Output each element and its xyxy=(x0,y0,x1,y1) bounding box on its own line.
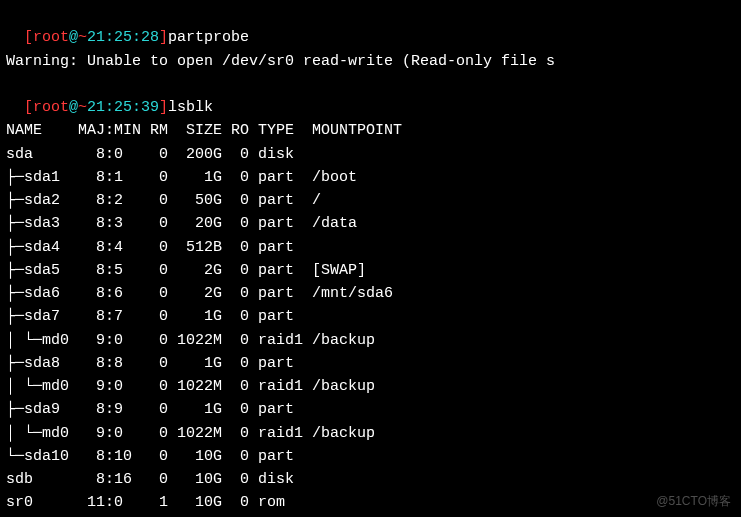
prompt-tilde: ~ xyxy=(78,29,87,46)
watermark-text: @51CTO博客 xyxy=(656,492,731,511)
warning-output: Warning: Unable to open /dev/sr0 read-wr… xyxy=(6,50,735,73)
prompt-time: 21:25:28 xyxy=(87,29,159,46)
command-partprobe[interactable]: partprobe xyxy=(168,29,249,46)
table-row: ├─sda4 8:4 0 512B 0 part xyxy=(6,236,735,259)
lsblk-output: sda 8:0 0 200G 0 disk ├─sda1 8:1 0 1G 0 … xyxy=(6,143,735,515)
command-lsblk[interactable]: lsblk xyxy=(168,99,213,116)
table-row: ├─sda5 8:5 0 2G 0 part [SWAP] xyxy=(6,259,735,282)
prompt-at: @ xyxy=(69,29,78,46)
prompt-bracket-open: [ xyxy=(24,29,33,46)
prompt-tilde: ~ xyxy=(78,99,87,116)
table-row: sr0 11:0 1 10G 0 rom xyxy=(6,491,735,514)
table-row: ├─sda2 8:2 0 50G 0 part / xyxy=(6,189,735,212)
lsblk-header: NAME MAJ:MIN RM SIZE RO TYPE MOUNTPOINT xyxy=(6,119,735,142)
table-row: ├─sda8 8:8 0 1G 0 part xyxy=(6,352,735,375)
table-row: ├─sda7 8:7 0 1G 0 part xyxy=(6,305,735,328)
table-row: sdb 8:16 0 10G 0 disk xyxy=(6,468,735,491)
table-row: │ └─md0 9:0 0 1022M 0 raid1 /backup xyxy=(6,422,735,445)
table-row: ├─sda1 8:1 0 1G 0 part /boot xyxy=(6,166,735,189)
table-row: ├─sda9 8:9 0 1G 0 part xyxy=(6,398,735,421)
prompt-bracket-close: ] xyxy=(159,99,168,116)
table-row: ├─sda3 8:3 0 20G 0 part /data xyxy=(6,212,735,235)
table-row: └─sda10 8:10 0 10G 0 part xyxy=(6,445,735,468)
table-row: │ └─md0 9:0 0 1022M 0 raid1 /backup xyxy=(6,375,735,398)
prompt-bracket-close: ] xyxy=(159,29,168,46)
prompt-line-1: [root@~21:25:28]partprobe xyxy=(6,3,735,50)
prompt-time: 21:25:39 xyxy=(87,99,159,116)
prompt-at: @ xyxy=(69,99,78,116)
table-row: ├─sda6 8:6 0 2G 0 part /mnt/sda6 xyxy=(6,282,735,305)
prompt-user: root xyxy=(33,29,69,46)
table-row: │ └─md0 9:0 0 1022M 0 raid1 /backup xyxy=(6,329,735,352)
table-row: sda 8:0 0 200G 0 disk xyxy=(6,143,735,166)
prompt-user: root xyxy=(33,99,69,116)
prompt-line-2: [root@~21:25:39]lsblk xyxy=(6,73,735,120)
prompt-bracket-open: [ xyxy=(24,99,33,116)
